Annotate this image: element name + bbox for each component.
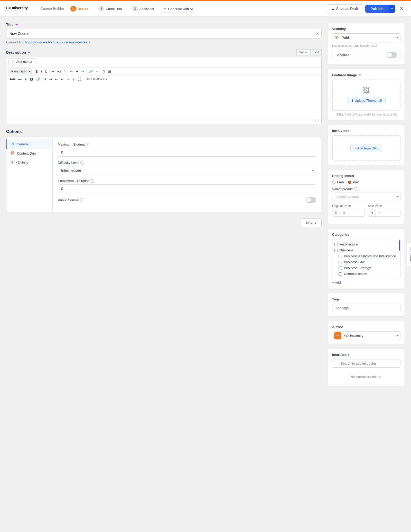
notebook-tab[interactable]: Notebook: [407, 243, 411, 266]
free-radio[interactable]: [332, 180, 335, 184]
options-body: Maximum Student i Difficulty Level i Beg: [53, 137, 321, 212]
generate-ai-button[interactable]: ✦ Generate with AI: [160, 5, 196, 13]
close-button[interactable]: ✕: [397, 5, 406, 13]
max-student-info-icon[interactable]: i: [86, 143, 89, 146]
tags-title: Tags: [332, 297, 400, 301]
public-course-toggle[interactable]: [306, 197, 316, 203]
nav-item-content-drip[interactable]: ⏰ Content Drip: [6, 149, 52, 158]
fullscreen-button[interactable]: ⛶: [76, 77, 82, 82]
publish-button[interactable]: Publish: [365, 5, 389, 13]
table-button[interactable]: ▦: [107, 69, 112, 74]
blockquote-button[interactable]: ": [63, 69, 67, 74]
align-center-button[interactable]: ≡: [75, 69, 79, 74]
shortlink-button[interactable]: 🔗: [35, 77, 42, 82]
cat-checkbox-business-strategy[interactable]: [339, 267, 342, 270]
add-category-button[interactable]: + Add: [332, 279, 341, 284]
step-sep-2: ——: [124, 7, 130, 11]
cloud-icon: ☁: [331, 7, 335, 11]
stepper: 1 Basics —— 2 Curriculum —— 3 Additional: [70, 6, 154, 12]
redo-button[interactable]: ↪: [66, 77, 71, 82]
author-select[interactable]: YOUniversity: [332, 331, 400, 340]
align-right-button[interactable]: ⇒: [80, 69, 85, 74]
save-draft-button[interactable]: ☁ Save as Draft: [326, 4, 363, 13]
paid-radio-item[interactable]: Paid: [348, 180, 360, 184]
tutor-shortcode-button[interactable]: Tutor ShortCode ▾: [83, 77, 108, 82]
title-clear-button[interactable]: ✕: [316, 31, 319, 36]
hr-button[interactable]: —: [17, 77, 23, 82]
step-2[interactable]: 2 Curriculum: [98, 6, 122, 12]
publish-btn-group: Publish ▾: [365, 5, 395, 13]
schedule-toggle[interactable]: [387, 52, 397, 58]
nav-item-younity[interactable]: ◎ YOUnity: [6, 158, 52, 167]
sale-price-input[interactable]: [376, 209, 400, 216]
schedule-toggle-knob: [387, 53, 392, 57]
step-1[interactable]: 1 Basics: [70, 6, 88, 12]
max-student-input[interactable]: [58, 148, 316, 157]
featured-ai-icon: ✦: [358, 73, 361, 77]
cat-checkbox-business-analytics[interactable]: [339, 255, 342, 258]
public-course-info-icon[interactable]: i: [80, 198, 83, 202]
undo-button[interactable]: ↩: [60, 77, 65, 82]
step-3[interactable]: 3 Additional: [132, 6, 154, 12]
cat-checkbox-business[interactable]: [334, 249, 338, 252]
abc-button[interactable]: ABC: [8, 77, 16, 81]
tab-text[interactable]: Text: [310, 49, 322, 55]
enrollment-input[interactable]: [58, 184, 316, 193]
toolbar-sep-3: [68, 69, 68, 74]
unordered-list-button[interactable]: ≡: [51, 69, 55, 74]
help-button[interactable]: ?: [71, 77, 76, 82]
add-from-url-button[interactable]: + Add from URL: [350, 145, 382, 152]
regular-price-input[interactable]: [340, 209, 365, 216]
public-course-row: Public Course i: [58, 197, 316, 203]
bold-button[interactable]: B: [34, 69, 39, 74]
more-button[interactable]: ⋯: [95, 69, 101, 74]
free-radio-item[interactable]: Free: [332, 180, 344, 184]
image-button[interactable]: 🖼: [29, 77, 34, 82]
editor-resize: ⋮⋮: [6, 119, 321, 124]
upload-icon-btn: ⬆: [351, 99, 354, 102]
difficulty-info-icon[interactable]: i: [80, 161, 84, 165]
paragraph-select[interactable]: Paragraph: [8, 69, 32, 74]
next-button[interactable]: Next ›: [301, 218, 322, 227]
visibility-title: Visibility: [332, 27, 400, 31]
enrollment-info-icon[interactable]: i: [91, 179, 94, 183]
outdent-button[interactable]: ⇤: [54, 77, 59, 82]
instructor-search-wrap: 🔍: [332, 359, 400, 370]
visibility-select[interactable]: Public Private Password Protected: [332, 33, 400, 42]
underline-button[interactable]: U: [44, 69, 49, 74]
cat-checkbox-architecture[interactable]: [334, 243, 338, 246]
product-select[interactable]: Select a product: [332, 193, 400, 201]
title-input[interactable]: [6, 29, 322, 39]
nav-item-general[interactable]: ⚙ General: [6, 139, 52, 149]
difficulty-select-wrap: Beginner Intermediate Advanced ▾: [58, 166, 316, 175]
indent-button[interactable]: ⇥: [48, 77, 53, 82]
instructor-search-input[interactable]: [332, 359, 400, 368]
course-url-link[interactable]: https://youniversity.co.za/courses/new-c…: [25, 41, 87, 44]
schedule-row: Schedule: [332, 50, 400, 60]
difficulty-select[interactable]: Beginner Intermediate Advanced: [58, 166, 316, 175]
cat-checkbox-business-law[interactable]: [339, 261, 342, 264]
left-column: Title ✦ ✕ Course URL: https://youniversi…: [6, 23, 322, 526]
omega-button[interactable]: Ω: [42, 77, 47, 82]
tags-input[interactable]: [332, 304, 400, 312]
link-button[interactable]: 🔗: [88, 69, 94, 74]
editor-body[interactable]: [6, 83, 321, 119]
upload-thumbnail-button[interactable]: ⬆ Upload Thumbnail: [347, 97, 386, 104]
intro-video-title: Intro Video: [332, 129, 400, 133]
resize-handle[interactable]: ⋮⋮: [314, 120, 320, 124]
italic-button[interactable]: I: [40, 69, 43, 74]
ordered-list-button[interactable]: ≡#: [56, 69, 62, 74]
font-color-button[interactable]: A: [23, 77, 28, 82]
visibility-select-wrap: 👁 Public Private Password Protected ▾: [332, 33, 400, 42]
video-area: + Add from URL: [332, 135, 400, 161]
align-left-button[interactable]: ⇐: [69, 69, 74, 74]
cat-checkbox-communication[interactable]: [339, 272, 342, 276]
featured-image-title: Featured Image ✦: [332, 73, 400, 77]
paid-radio[interactable]: [348, 180, 351, 184]
header: YOUniversity PLATFORM Course Builder 1 B…: [0, 0, 411, 16]
tab-visual[interactable]: Visual: [296, 49, 310, 55]
publish-dropdown-button[interactable]: ▾: [389, 5, 395, 13]
code-button[interactable]: {}: [101, 69, 106, 74]
add-media-button[interactable]: ⊞ Add media: [8, 58, 35, 65]
select-product-info-icon[interactable]: i: [354, 187, 358, 191]
